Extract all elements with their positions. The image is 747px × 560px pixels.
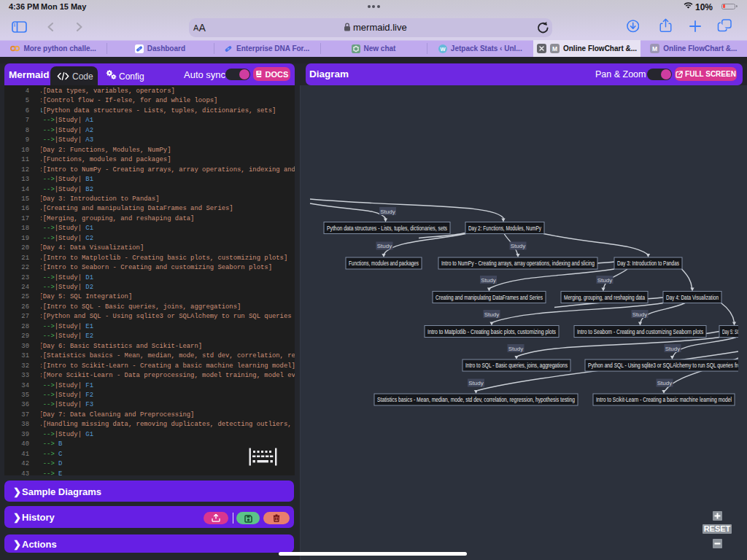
svg-text:Study: Study <box>481 277 495 284</box>
svg-text:Python data structures - Lists: Python data structures - Lists, tuples, … <box>327 225 447 232</box>
svg-text:Study: Study <box>597 277 612 284</box>
svg-text:Intro to SQL - Basic queries,: Intro to SQL - Basic queries, joins, agg… <box>465 362 568 369</box>
svg-text:Merging, grouping, and reshapi: Merging, grouping, and reshaping data <box>564 294 645 301</box>
svg-text:Study: Study <box>468 380 483 386</box>
svg-text:Study: Study <box>484 311 499 318</box>
svg-text:Intro to Matplotlib - Creating: Intro to Matplotlib - Creating basic plo… <box>427 328 556 335</box>
svg-text:Intro to Scikit-Learn - Creati: Intro to Scikit-Learn - Creating a basic… <box>596 396 732 403</box>
svg-text:Study: Study <box>665 346 680 352</box>
svg-text:W: W <box>440 45 446 52</box>
svg-text:M: M <box>652 45 657 52</box>
svg-text:Statistics basics - Mean, medi: Statistics basics - Mean, median, mode, … <box>377 396 575 403</box>
svg-text:Intro to NumPy - Creating arra: Intro to NumPy - Creating arrays, array … <box>441 260 595 267</box>
svg-text:Intro to Seaborn - Creating an: Intro to Seaborn - Creating and customiz… <box>577 328 703 335</box>
svg-text:Day 4: Data Visualization: Day 4: Data Visualization <box>666 294 719 301</box>
svg-text:Day 3: Introduction to Pandas: Day 3: Introduction to Pandas <box>617 260 679 267</box>
svg-text:Creating and manipulating Data: Creating and manipulating DataFrames and… <box>436 294 543 301</box>
svg-text:Python and SQL - Using sqlite3: Python and SQL - Using sqlite3 or SQLAlc… <box>588 362 738 369</box>
svg-text:Study: Study <box>377 243 392 249</box>
svg-text:Day 5: SQL Integration: Day 5: SQL Integration <box>722 328 738 335</box>
svg-text:Study: Study <box>632 311 647 318</box>
svg-text:Functions, modules and package: Functions, modules and packages <box>349 260 419 267</box>
svg-text:Study: Study <box>380 209 395 215</box>
svg-text:Study: Study <box>508 346 523 352</box>
svg-text:Study: Study <box>657 380 672 386</box>
svg-text:Day 2: Functions, Modules, Num: Day 2: Functions, Modules, NumPy <box>468 225 541 232</box>
svg-text:Study: Study <box>511 243 525 249</box>
svg-text:M: M <box>552 45 557 52</box>
